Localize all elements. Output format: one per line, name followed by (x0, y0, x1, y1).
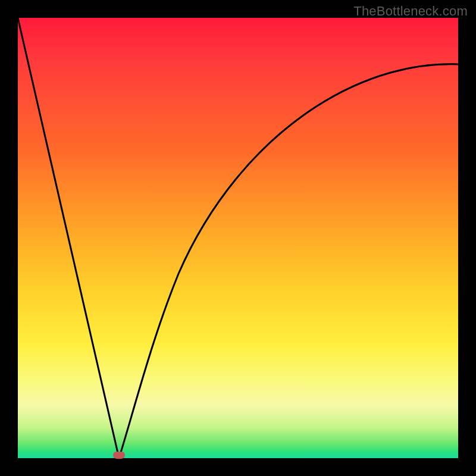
curve-right-branch (119, 64, 458, 458)
minimum-marker (113, 452, 125, 459)
chart-frame: TheBottleneck.com (0, 0, 476, 476)
plot-area (18, 18, 458, 458)
curve-left-branch (18, 18, 119, 458)
watermark-text: TheBottleneck.com (353, 4, 468, 19)
bottleneck-curve (18, 18, 458, 458)
